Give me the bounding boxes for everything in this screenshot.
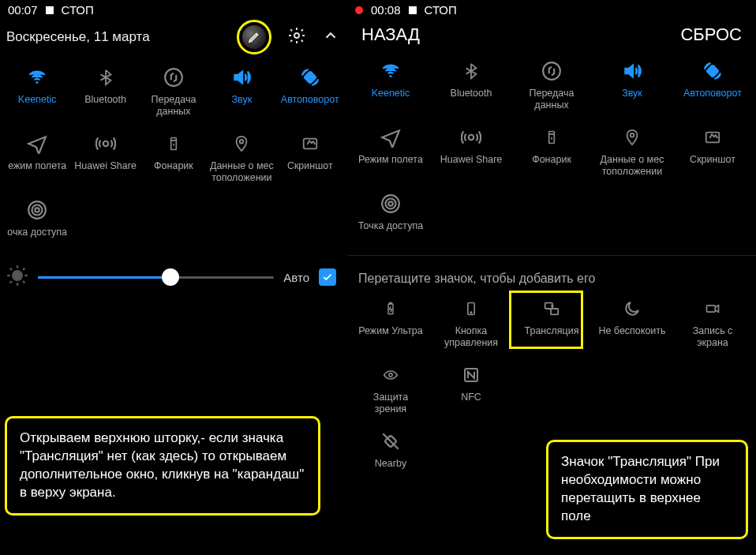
slider-thumb[interactable] (162, 268, 179, 286)
wifi-icon (25, 66, 49, 89)
tile-airplane[interactable]: ежим полета (3, 126, 71, 192)
brightness-icon (6, 264, 28, 290)
tile-label: Keenetic (372, 88, 410, 110)
tile-wifi[interactable]: Keenetic (350, 53, 431, 119)
tile-label: Nearby (375, 458, 406, 480)
gear-icon (287, 26, 306, 45)
huawei-share-icon (94, 132, 118, 156)
tile-screenshot[interactable]: Скриншот (276, 126, 344, 192)
stop-icon (46, 6, 54, 14)
quick-settings-panel-left: 00:07 СТОП Воскресенье, 11 марта Keeneti… (0, 0, 347, 555)
annotation-text: Открываем верхнюю шторку,- если значка "… (20, 430, 304, 500)
tile-ultra[interactable]: Режим Ультра (350, 291, 431, 357)
airplane-icon (25, 132, 49, 156)
tile-nearby[interactable]: Nearby (350, 423, 431, 488)
tile-label: Режим полета (358, 154, 423, 176)
svg-rect-28 (707, 306, 716, 312)
screenshot-icon (701, 126, 724, 149)
status-stop-label: СТОП (425, 3, 457, 17)
tile-rotation[interactable]: Автоповорот (276, 59, 344, 126)
edit-tiles-button[interactable] (242, 25, 266, 49)
tile-huawei-share[interactable]: Huawei Share (431, 119, 511, 186)
location-icon (620, 126, 644, 149)
tile-dnd[interactable]: Не беспокоить (592, 291, 672, 357)
tile-label: Передача данных (518, 88, 586, 111)
battery-icon (379, 297, 402, 321)
quick-settings-panel-right: 00:08 СТОП НАЗАД СБРОС Keenetic Bluetoot… (347, 0, 756, 555)
tile-label: Запись с экрана (679, 325, 747, 349)
tile-huawei-share[interactable]: Huawei Share (71, 126, 139, 192)
svg-rect-23 (390, 303, 392, 305)
svg-point-17 (631, 133, 634, 137)
status-time: 00:07 (8, 3, 38, 17)
tile-wifi[interactable]: Keenetic (3, 59, 71, 126)
extra-row-1: Режим Ультра Кнопка управления Трансляци… (347, 291, 756, 357)
location-icon (230, 132, 253, 156)
bluetooth-icon (94, 66, 118, 89)
tile-bluetooth[interactable]: Bluetooth (71, 59, 139, 126)
brightness-slider[interactable] (38, 276, 274, 279)
svg-rect-14 (706, 65, 718, 77)
annotation-left: Открываем верхнюю шторку,- если значка "… (5, 416, 320, 516)
edit-header: НАЗАД СБРОС (347, 20, 756, 53)
tile-eyecare[interactable]: Защита зрения (350, 357, 431, 423)
hotspot-icon (379, 192, 402, 216)
navbar-icon (459, 297, 483, 321)
stop-icon (409, 6, 417, 14)
tile-label: Звук (232, 94, 253, 116)
data-icon (540, 59, 563, 83)
tile-sound[interactable]: Звук (208, 59, 275, 126)
svg-point-4 (103, 141, 108, 147)
tile-label: Данные о мес тоположении (598, 154, 666, 178)
tile-location[interactable]: Данные о мес тоположении (208, 126, 275, 192)
svg-point-12 (389, 75, 391, 77)
back-button[interactable]: НАЗАД (361, 24, 420, 45)
cast-highlight (509, 291, 583, 349)
sound-icon (620, 59, 644, 83)
svg-point-0 (294, 33, 299, 38)
tile-location[interactable]: Данные о мес тоположении (592, 119, 672, 186)
tile-label: Фонарик (154, 160, 193, 182)
tile-screenrec[interactable]: Запись с экрана (672, 291, 753, 357)
tile-navbar[interactable]: Кнопка управления (431, 291, 511, 357)
tile-label: Автоповорот (281, 94, 339, 116)
tile-hotspot[interactable]: Точка доступа (350, 186, 431, 250)
tile-flashlight[interactable]: Фонарик (140, 126, 208, 192)
svg-point-2 (165, 69, 182, 86)
status-bar: 00:08 СТОП (347, 0, 756, 20)
tile-label: Huawei Share (74, 160, 137, 182)
collapse-button[interactable] (322, 27, 339, 48)
tile-label: очка доступа (7, 227, 67, 249)
svg-point-13 (543, 62, 560, 80)
tile-label: ежим полета (8, 160, 66, 182)
tile-label: NFC (461, 392, 481, 414)
svg-point-20 (386, 199, 396, 209)
tile-data[interactable]: Передача данных (511, 53, 592, 119)
tile-nfc[interactable]: NFC (431, 357, 511, 423)
tile-airplane[interactable]: Режим полета (350, 119, 431, 186)
svg-point-19 (388, 201, 392, 205)
tile-rotation[interactable]: Автоповорот (672, 53, 753, 119)
tile-label: Режим Ультра (358, 325, 423, 347)
annotation-right: Значок "Трансляция" При необходимости мо… (546, 440, 748, 539)
moon-icon (620, 297, 644, 321)
tiles-row-1: Keenetic Bluetooth Передача данных Звук … (0, 59, 347, 126)
flashlight-icon (162, 132, 185, 156)
reset-button[interactable]: СБРОС (680, 24, 742, 45)
huawei-share-icon (459, 126, 483, 149)
tile-sound[interactable]: Звук (592, 53, 672, 119)
tile-flashlight[interactable]: Фонарик (511, 119, 592, 186)
slider-fill (38, 276, 170, 279)
tile-hotspot[interactable]: очка доступа (3, 192, 71, 257)
tiles-row-2: Режим полета Huawei Share Фонарик Данные… (347, 119, 756, 186)
nfc-icon (459, 363, 483, 387)
status-stop-label: СТОП (62, 3, 94, 17)
tile-label: Скриншот (287, 160, 333, 182)
tile-bluetooth[interactable]: Bluetooth (431, 53, 511, 119)
tile-screenshot[interactable]: Скриншот (672, 119, 753, 186)
rotation-icon (701, 59, 724, 83)
auto-brightness-checkbox[interactable] (319, 268, 336, 286)
settings-button[interactable] (287, 26, 306, 49)
tile-data[interactable]: Передача данных (140, 59, 208, 126)
bluetooth-icon (459, 59, 483, 83)
